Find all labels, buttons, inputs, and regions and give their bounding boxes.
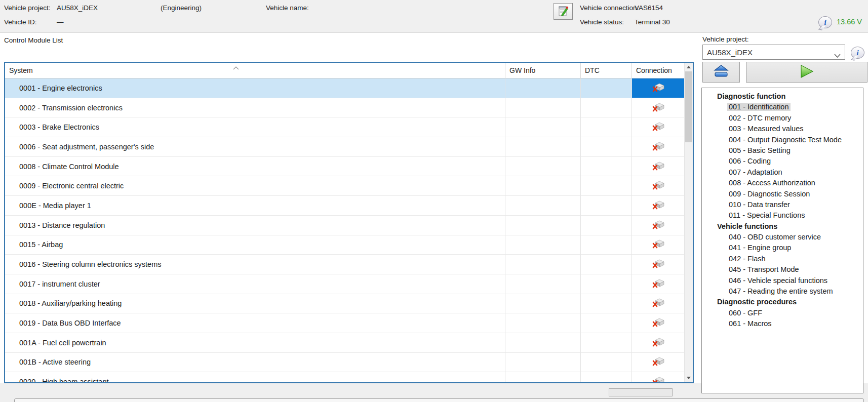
tree-group-header: Diagnostic procedures — [702, 297, 863, 307]
vehicle-connection-label: Vehicle connection: — [580, 4, 639, 12]
tree-item[interactable]: 007 - Adaptation — [702, 167, 863, 178]
tree-item[interactable]: 046 - Vehicle special functions — [702, 275, 863, 286]
connection-cell — [632, 333, 684, 353]
chevron-down-icon — [834, 51, 841, 59]
eject-project-button[interactable] — [702, 62, 740, 83]
battery-voltage: 13.66 V — [837, 18, 862, 26]
tree-item[interactable]: 001 - Identification — [702, 102, 863, 112]
table-row[interactable]: 0009 - Electronic central electric — [5, 176, 684, 196]
connection-cell — [632, 235, 684, 255]
tree-item[interactable]: 009 - Diagnostic Session — [702, 189, 863, 199]
vehicle-status-label: Vehicle status: — [580, 18, 624, 26]
scroll-down-button[interactable] — [685, 374, 693, 382]
disconnected-drive-icon — [651, 238, 665, 251]
control-module-list-title: Control Module List — [4, 36, 63, 44]
column-header-system-label: System — [9, 66, 33, 74]
gw-info-cell — [505, 255, 581, 274]
eject-icon — [713, 64, 729, 81]
tree-item[interactable]: 011 - Special Functions — [702, 210, 863, 221]
start-diagnosis-button[interactable] — [746, 62, 867, 83]
vehicle-project-selected-value: AU58X_iDEX — [707, 48, 753, 57]
vehicle-project-dropdown[interactable]: AU58X_iDEX — [702, 45, 845, 60]
system-cell: 0008 - Climate Control Module — [5, 157, 505, 177]
collapsed-bottom-panel — [14, 398, 864, 402]
tree-item[interactable]: 060 - GFF — [702, 308, 863, 318]
table-row[interactable]: 001B - Active steering — [5, 353, 684, 373]
info-bubble-icon[interactable]: i — [818, 16, 832, 28]
connection-cell — [632, 353, 684, 373]
tree-item[interactable]: 061 - Macros — [702, 318, 863, 329]
table-row[interactable]: 001A - Fuel cell powertrain — [5, 333, 684, 353]
sort-ascending-icon — [233, 63, 239, 71]
dtc-cell — [581, 353, 632, 373]
tree-item[interactable]: 040 - OBD customer service — [702, 232, 863, 243]
edit-vehicle-button[interactable] — [554, 3, 573, 20]
connection-cell — [632, 255, 684, 274]
column-header-gw-info[interactable]: GW Info — [505, 63, 581, 78]
table-header-row: System GW Info DTC Connection — [5, 63, 684, 78]
tree-item[interactable]: 004 - Output Diagnostic Test Mode — [702, 135, 863, 145]
column-header-connection[interactable]: Connection — [632, 63, 684, 78]
tree-item[interactable]: 042 - Flash — [702, 254, 863, 264]
table-row[interactable]: 0008 - Climate Control Module — [5, 157, 684, 177]
table-row[interactable]: 0015 - Airbag — [5, 235, 684, 255]
triangle-down-icon — [687, 377, 691, 379]
connection-cell — [632, 98, 684, 118]
vehicle-info-bar: Vehicle project: AU58X_iDEX (Engineering… — [0, 0, 868, 33]
tree-item[interactable]: 010 - Data transfer — [702, 199, 863, 210]
column-header-connection-label: Connection — [636, 66, 672, 74]
table-row[interactable]: 0020 - High beam assistant — [5, 372, 684, 382]
scrollbar-thumb[interactable] — [685, 71, 692, 142]
disconnected-drive-icon — [651, 199, 665, 212]
connection-cell — [632, 294, 684, 314]
dtc-cell — [581, 196, 632, 216]
dtc-cell — [581, 176, 632, 196]
tree-item[interactable]: 003 - Measured values — [702, 124, 863, 134]
gw-info-cell — [505, 235, 581, 255]
tree-item[interactable]: 008 - Access Authorization — [702, 178, 863, 188]
dtc-cell — [581, 235, 632, 255]
column-header-system[interactable]: System — [5, 63, 505, 78]
tree-item[interactable]: 002 - DTC memory — [702, 113, 863, 124]
info-bubble-icon[interactable]: i — [851, 47, 864, 59]
disconnected-drive-icon — [651, 180, 665, 192]
connection-cell — [632, 313, 684, 333]
column-header-gw-info-label: GW Info — [509, 66, 535, 74]
column-header-dtc[interactable]: DTC — [581, 63, 632, 78]
table-row[interactable]: 0001 - Engine electronics — [5, 78, 684, 98]
table-row[interactable]: 0018 - Auxiliary/parking heating — [5, 294, 684, 314]
system-cell: 0001 - Engine electronics — [5, 78, 505, 98]
table-row[interactable]: 0002 - Transmission electronics — [5, 98, 684, 118]
system-cell: 0013 - Distance regulation — [5, 216, 505, 235]
vehicle-status-value: Terminal 30 — [635, 18, 670, 26]
connection-cell — [632, 196, 684, 216]
system-cell: 0009 - Electronic central electric — [5, 176, 505, 196]
tree-item[interactable]: 006 - Coding — [702, 156, 863, 167]
table-row[interactable]: 0016 - Steering column electronics syste… — [5, 255, 684, 274]
table-row[interactable]: 0006 - Seat adjustment, passenger's side — [5, 137, 684, 157]
system-cell: 0017 - instrument cluster — [5, 274, 505, 294]
tree-item[interactable]: 045 - Transport Mode — [702, 264, 863, 275]
scroll-up-button[interactable] — [685, 63, 693, 71]
table-row[interactable]: 000E - Media player 1 — [5, 196, 684, 216]
dtc-cell — [581, 78, 632, 98]
table-row[interactable]: 0019 - Data Bus OBD Interface — [5, 313, 684, 333]
tree-item[interactable]: 047 - Reading the entire system — [702, 286, 863, 297]
vehicle-project-value: AU58X_iDEX — [57, 4, 98, 12]
dtc-cell — [581, 137, 632, 157]
table-row[interactable]: 0013 - Distance regulation — [5, 216, 684, 235]
table-row[interactable]: 0003 - Brake Electronics — [5, 117, 684, 137]
system-cell: 0018 - Auxiliary/parking heating — [5, 294, 505, 314]
system-cell: 000E - Media player 1 — [5, 196, 505, 216]
play-icon — [799, 64, 814, 81]
table-row[interactable]: 0017 - instrument cluster — [5, 274, 684, 294]
system-cell: 0003 - Brake Electronics — [5, 117, 505, 137]
vertical-scrollbar[interactable] — [684, 63, 693, 382]
gw-info-cell — [505, 372, 581, 382]
dtc-cell — [581, 255, 632, 274]
tree-item[interactable]: 005 - Basic Setting — [702, 145, 863, 156]
column-header-dtc-label: DTC — [585, 66, 600, 74]
tree-group-header: Diagnostic function — [702, 91, 863, 102]
disconnected-drive-icon — [651, 160, 665, 173]
tree-item[interactable]: 041 - Engine group — [702, 243, 863, 253]
